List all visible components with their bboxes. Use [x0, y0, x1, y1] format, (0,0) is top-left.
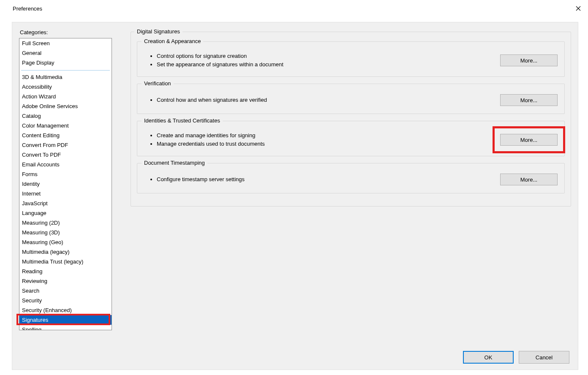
titlebar: Preferences: [0, 0, 588, 17]
bullet-item: Create and manage identities for signing: [157, 131, 265, 140]
section-row: Create and manage identities for signing…: [144, 131, 558, 148]
settings-panel: Digital Signatures Creation & Appearance…: [112, 29, 571, 339]
section-title: Creation & Appearance: [142, 38, 203, 44]
categories-listbox[interactable]: Full ScreenGeneralPage Display3D & Multi…: [19, 38, 112, 330]
category-item[interactable]: Identity: [19, 179, 112, 189]
category-item[interactable]: Full Screen: [19, 38, 112, 48]
bullet-item: Control how and when signatures are veri…: [157, 96, 267, 104]
digital-signatures-group-title: Digital Signatures: [134, 28, 182, 35]
more-button[interactable]: More...: [500, 134, 558, 146]
category-item[interactable]: 3D & Multimedia: [19, 72, 112, 82]
close-icon: [576, 6, 581, 11]
categories-panel: Categories: Full ScreenGeneralPage Displ…: [19, 29, 112, 339]
section-row: Control how and when signatures are veri…: [144, 94, 558, 106]
category-item[interactable]: Search: [19, 286, 112, 296]
category-item[interactable]: Measuring (3D): [19, 228, 112, 237]
category-item[interactable]: Convert From PDF: [19, 140, 112, 150]
category-item[interactable]: Signatures: [19, 315, 112, 325]
cancel-button[interactable]: Cancel: [519, 351, 569, 364]
category-item[interactable]: Email Accounts: [19, 160, 112, 169]
section-title: Document Timestamping: [142, 160, 207, 166]
category-item[interactable]: Content Editing: [19, 130, 112, 140]
settings-section: Creation & AppearanceControl options for…: [137, 41, 565, 77]
category-item[interactable]: Forms: [19, 169, 112, 179]
category-item[interactable]: Convert To PDF: [19, 150, 112, 160]
category-item[interactable]: Adobe Online Services: [19, 101, 112, 111]
settings-section: VerificationControl how and when signatu…: [137, 84, 565, 114]
category-item[interactable]: Color Management: [19, 121, 112, 130]
category-item[interactable]: Multimedia Trust (legacy): [19, 257, 112, 266]
dialog-body: Categories: Full ScreenGeneralPage Displ…: [12, 22, 578, 370]
section-bullets: Control how and when signatures are veri…: [144, 96, 267, 104]
category-item[interactable]: Catalog: [19, 111, 112, 121]
section-bullets: Configure timestamp server settings: [144, 175, 245, 184]
section-bullets: Control options for signature creationSe…: [144, 52, 283, 69]
window-title: Preferences: [13, 5, 42, 12]
bullet-item: Set the appearance of signatures within …: [157, 60, 283, 69]
close-button[interactable]: [569, 0, 588, 17]
category-item[interactable]: Security (Enhanced): [19, 305, 112, 315]
preferences-window: Preferences Categories: Full ScreenGener…: [0, 0, 588, 375]
section-title: Identities & Trusted Certificates: [142, 117, 223, 124]
category-item[interactable]: Reading: [19, 266, 112, 276]
section-bullets: Create and manage identities for signing…: [144, 131, 265, 148]
section-row: Configure timestamp server settingsMore.…: [144, 174, 558, 185]
category-item[interactable]: JavaScript: [19, 198, 112, 208]
section-row: Control options for signature creationSe…: [144, 52, 558, 69]
category-item[interactable]: Multimedia (legacy): [19, 247, 112, 257]
category-divider: [21, 70, 110, 71]
settings-section: Document TimestampingConfigure timestamp…: [137, 163, 565, 193]
category-item[interactable]: Security: [19, 296, 112, 305]
bullet-item: Manage credentials used to trust documen…: [157, 140, 265, 148]
bullet-item: Configure timestamp server settings: [157, 175, 245, 184]
settings-section: Identities & Trusted CertificatesCreate …: [137, 121, 565, 156]
digital-signatures-group: Digital Signatures Creation & Appearance…: [131, 32, 571, 207]
category-item[interactable]: Page Display: [19, 58, 112, 68]
ok-button[interactable]: OK: [463, 351, 514, 364]
category-item[interactable]: Accessibility: [19, 82, 112, 92]
category-item[interactable]: Measuring (2D): [19, 218, 112, 228]
dialog-footer: OK Cancel: [463, 351, 569, 364]
bullet-item: Control options for signature creation: [157, 52, 283, 60]
section-title: Verification: [142, 80, 174, 87]
category-item[interactable]: General: [19, 48, 112, 58]
categories-label: Categories:: [19, 29, 112, 35]
more-button[interactable]: More...: [500, 54, 558, 66]
category-item[interactable]: Internet: [19, 189, 112, 198]
category-item[interactable]: Language: [19, 208, 112, 218]
more-button[interactable]: More...: [500, 174, 558, 185]
more-button[interactable]: More...: [500, 94, 558, 106]
category-item[interactable]: Action Wizard: [19, 92, 112, 101]
category-item[interactable]: Reviewing: [19, 276, 112, 286]
category-item[interactable]: Spelling: [19, 325, 112, 330]
category-item[interactable]: Measuring (Geo): [19, 237, 112, 247]
